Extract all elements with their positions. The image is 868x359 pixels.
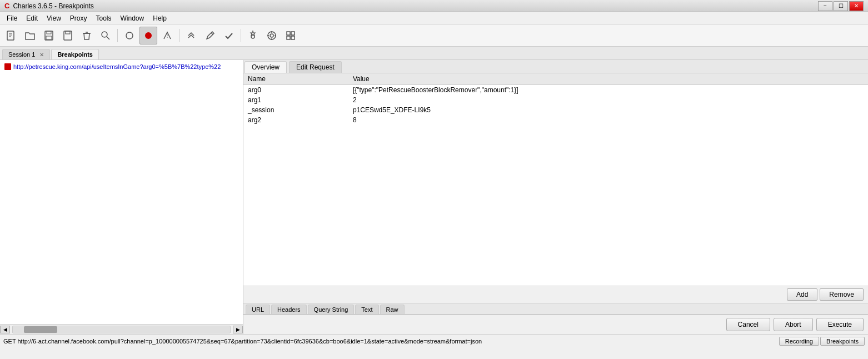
- tab-overview[interactable]: Overview: [245, 61, 287, 73]
- throttle-button[interactable]: [158, 27, 176, 44]
- inner-tabs: Overview Edit Request: [243, 60, 868, 73]
- table-row[interactable]: _sessionp1CESwd5E_XDFE-LI9k5: [243, 105, 868, 115]
- svg-point-13: [145, 32, 152, 39]
- params-table-wrapper: Name Value arg0[{"type":"PetRescueBooste…: [243, 73, 868, 286]
- svg-point-17: [268, 32, 276, 39]
- recording-button[interactable]: Recording: [779, 337, 819, 346]
- tab-query-string[interactable]: Query String: [308, 305, 355, 314]
- clear-button[interactable]: [182, 27, 200, 44]
- table-row[interactable]: arg0[{"type":"PetRescueBoosterBlockRemov…: [243, 85, 868, 96]
- menu-proxy[interactable]: Proxy: [66, 13, 92, 23]
- col-value: Value: [348, 73, 868, 85]
- tabs-row: Session 1 ✕ Breakpoints: [0, 47, 868, 60]
- tab-edit-request[interactable]: Edit Request: [289, 61, 342, 73]
- maximize-button[interactable]: ☐: [834, 1, 848, 11]
- params-tbody: arg0[{"type":"PetRescueBoosterBlockRemov…: [243, 85, 868, 126]
- breakpoints-tab[interactable]: Breakpoints: [51, 49, 99, 59]
- col-name: Name: [243, 73, 348, 85]
- param-name: _session: [243, 105, 348, 115]
- svg-rect-0: [7, 31, 14, 40]
- start-recording-button[interactable]: [121, 27, 138, 44]
- stop-recording-button[interactable]: [139, 27, 157, 44]
- delete-button[interactable]: [78, 27, 96, 44]
- cancel-button[interactable]: Cancel: [726, 318, 770, 331]
- svg-rect-24: [291, 32, 295, 35]
- right-panel: Overview Edit Request Name Value arg0[{"…: [243, 60, 868, 334]
- extra-button[interactable]: [282, 27, 300, 44]
- main-content: http://petrescue.king.com/api/useItemsIn…: [0, 60, 868, 334]
- minimize-button[interactable]: −: [818, 1, 832, 11]
- svg-rect-23: [287, 32, 290, 35]
- title-text: Charles 3.6.5 - Breakpoints: [13, 2, 93, 10]
- menu-window[interactable]: Window: [116, 13, 149, 23]
- scroll-right[interactable]: ▶: [233, 326, 243, 333]
- new-session-button[interactable]: [2, 27, 20, 44]
- tab-text[interactable]: Text: [355, 305, 378, 314]
- control-buttons: Cancel Abort Execute: [243, 315, 868, 334]
- param-name: arg1: [243, 95, 348, 105]
- save-button[interactable]: [40, 27, 58, 44]
- url-list: http://petrescue.king.com/api/useItemsIn…: [0, 60, 243, 324]
- param-value: 2: [348, 95, 868, 105]
- add-remove-row: Add Remove: [243, 286, 868, 303]
- svg-line-15: [211, 33, 213, 34]
- preferences-button[interactable]: [263, 27, 281, 44]
- toolbar-sep-2: [179, 29, 179, 42]
- url-item[interactable]: http://petrescue.king.com/api/useItemsIn…: [2, 62, 241, 71]
- toolbar-sep-3: [241, 29, 241, 42]
- add-button[interactable]: Add: [787, 288, 817, 301]
- menu-file[interactable]: File: [2, 13, 22, 23]
- check-button[interactable]: [220, 27, 238, 44]
- svg-line-11: [107, 37, 109, 39]
- param-value: p1CESwd5E_XDFE-LI9k5: [348, 105, 868, 115]
- menu-view[interactable]: View: [42, 13, 66, 23]
- status-text: GET http://6-act.channel.facebook.com/pu…: [3, 338, 779, 345]
- toolbar-sep-1: [117, 29, 118, 42]
- toolbar: [0, 24, 868, 47]
- url-text: http://petrescue.king.com/api/useItemsIn…: [13, 63, 221, 70]
- breakpoint-icon: [4, 63, 11, 70]
- edit-button[interactable]: [201, 27, 219, 44]
- svg-point-16: [251, 35, 255, 38]
- param-value: 8: [348, 115, 868, 125]
- open-button[interactable]: [21, 27, 39, 44]
- settings-button[interactable]: [244, 27, 262, 44]
- scroll-track[interactable]: [12, 326, 231, 333]
- save-as-button[interactable]: [59, 27, 77, 44]
- tab-url[interactable]: URL: [246, 305, 270, 314]
- remove-button[interactable]: Remove: [820, 288, 864, 301]
- svg-point-12: [126, 32, 133, 39]
- menu-tools[interactable]: Tools: [92, 13, 116, 23]
- status-buttons: Recording Breakpoints: [779, 337, 865, 346]
- svg-rect-7: [64, 31, 72, 40]
- menu-edit[interactable]: Edit: [22, 13, 42, 23]
- menu-bar: File Edit View Proxy Tools Window Help: [0, 12, 868, 24]
- tab-headers[interactable]: Headers: [271, 305, 307, 314]
- menu-help[interactable]: Help: [148, 13, 171, 23]
- app-icon: C: [4, 2, 9, 10]
- param-name: arg0: [243, 85, 348, 96]
- find-button[interactable]: [97, 27, 114, 44]
- left-scrollbar: ◀ ▶: [0, 324, 243, 334]
- svg-rect-26: [291, 36, 295, 39]
- left-panel: http://petrescue.king.com/api/useItemsIn…: [0, 60, 243, 334]
- breakpoints-button[interactable]: Breakpoints: [820, 337, 865, 346]
- svg-rect-6: [46, 36, 52, 39]
- svg-point-18: [270, 34, 273, 37]
- execute-button[interactable]: Execute: [816, 318, 864, 331]
- session-tab-close[interactable]: ✕: [39, 52, 44, 58]
- session-tab-1[interactable]: Session 1 ✕: [2, 49, 50, 59]
- svg-rect-25: [287, 36, 290, 39]
- svg-point-10: [102, 32, 107, 37]
- scroll-left[interactable]: ◀: [0, 326, 10, 333]
- param-value: [{"type":"PetRescueBoosterBlockRemover",…: [348, 85, 868, 96]
- table-row[interactable]: arg28: [243, 115, 868, 125]
- params-table: Name Value arg0[{"type":"PetRescueBooste…: [243, 73, 868, 125]
- table-row[interactable]: arg12: [243, 95, 868, 105]
- close-button[interactable]: ✕: [849, 1, 864, 11]
- status-bar: GET http://6-act.channel.facebook.com/pu…: [0, 334, 868, 348]
- abort-button[interactable]: Abort: [774, 318, 813, 331]
- window-controls: − ☐ ✕: [818, 1, 864, 11]
- title-bar: C Charles 3.6.5 - Breakpoints − ☐ ✕: [0, 0, 868, 12]
- tab-raw[interactable]: Raw: [380, 305, 405, 314]
